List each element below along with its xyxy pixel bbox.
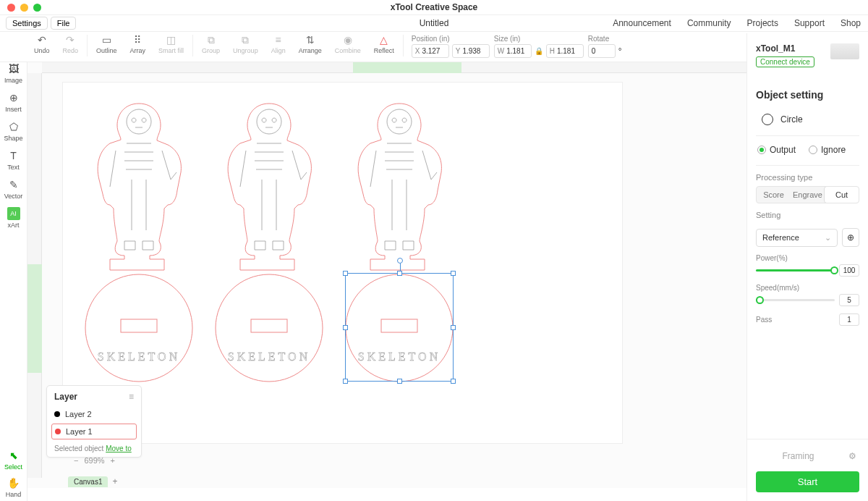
layer-name: Layer 2 [65, 410, 92, 418]
layer-name: Layer 1 [66, 427, 93, 436]
resize-handle[interactable] [397, 271, 402, 276]
speed-slider[interactable] [756, 299, 835, 301]
app-title: xTool Creative Space [391, 2, 478, 12]
arrange-button[interactable]: ⇅Arrange [292, 33, 328, 54]
sidebar-select[interactable]: ⬉Select [1, 449, 26, 471]
layer-color-icon [55, 429, 61, 434]
resize-handle[interactable] [397, 379, 402, 384]
window-controls[interactable] [7, 4, 41, 12]
rotation-handle[interactable] [397, 258, 403, 264]
resize-handle[interactable] [451, 271, 456, 276]
combine-button[interactable]: ◉Combine [328, 33, 367, 54]
svg-point-5 [216, 274, 323, 382]
position-y-input[interactable]: Y1.938 [452, 44, 490, 58]
undo-button[interactable]: ↶Undo [27, 33, 56, 54]
vector-icon: ✎ [7, 178, 20, 191]
sidebar-text[interactable]: TText [1, 149, 26, 171]
resize-handle[interactable] [343, 271, 348, 276]
size-label: Size (in) [494, 35, 584, 43]
outline-icon: ▭ [99, 33, 114, 46]
undo-icon: ↶ [35, 33, 49, 46]
file-menu[interactable]: File [51, 17, 77, 30]
settings-menu[interactable]: Settings [6, 17, 48, 30]
selection-bounds[interactable] [345, 273, 454, 382]
seg-cut[interactable]: Cut [824, 186, 859, 203]
menu-bar: Settings File Untitled Announcement Comm… [0, 15, 868, 32]
nav-shop[interactable]: Shop [841, 18, 861, 28]
device-name: xTool_M1 [756, 43, 814, 54]
nav-announcement[interactable]: Announcement [613, 18, 671, 28]
reference-select[interactable]: Reference⌄ [756, 229, 838, 247]
power-slider[interactable] [756, 269, 835, 271]
svg-point-0 [127, 109, 151, 134]
svg-point-1 [85, 274, 192, 382]
layer-row[interactable]: Layer 2 [47, 406, 141, 422]
seg-engrave[interactable]: Engrave [791, 187, 825, 203]
size-w-input[interactable]: W1.181 [494, 44, 532, 58]
sidebar-insert[interactable]: ⊕Insert [1, 91, 26, 113]
nav-projects[interactable]: Projects [747, 18, 778, 28]
processing-type-segment[interactable]: Score Engrave Cut [756, 186, 859, 203]
minimize-icon[interactable] [20, 4, 28, 12]
connect-device-button[interactable]: Connect device [756, 56, 814, 67]
xart-icon: AI [7, 207, 20, 220]
ignore-radio[interactable]: Ignore [809, 145, 846, 155]
group-button[interactable]: ⧉Group [195, 33, 226, 54]
resize-handle[interactable] [451, 379, 456, 384]
seg-score[interactable]: Score [757, 187, 791, 203]
smart-fill-button[interactable]: ◫Smart fill [152, 33, 190, 54]
align-icon: ≡ [271, 33, 286, 46]
resize-handle[interactable] [343, 325, 348, 330]
close-icon[interactable] [7, 4, 15, 12]
speed-value[interactable]: 5 [839, 294, 859, 306]
add-canvas-button[interactable]: + [112, 476, 117, 487]
output-radio[interactable]: Output [757, 145, 796, 155]
degree-label: ° [618, 46, 622, 56]
layer-row[interactable]: Layer 1 [51, 424, 137, 439]
power-value[interactable]: 100 [839, 264, 859, 277]
size-h-input[interactable]: H1.181 [546, 44, 584, 58]
sidebar-vector[interactable]: ✎Vector [1, 178, 26, 200]
resize-handle[interactable] [343, 379, 348, 384]
align-button[interactable]: ≡Align [265, 33, 292, 54]
framing-button[interactable]: Framing [756, 447, 841, 466]
sidebar-xart[interactable]: AIxArt [1, 207, 26, 229]
canvas-tab[interactable]: Canvas1 [68, 476, 108, 487]
start-button[interactable]: Start [756, 471, 859, 492]
array-button[interactable]: ⠿Array [124, 33, 153, 54]
reflect-button[interactable]: △Reflect [367, 33, 401, 54]
setting-label: Setting [756, 203, 859, 224]
move-to-link[interactable]: Move to [106, 445, 132, 452]
canvas-object-1[interactable]: SKELETON [81, 100, 197, 382]
canvas-tabs: Canvas1 + [68, 475, 117, 488]
artboard[interactable]: SKELETON SKELETON SKELETON [62, 82, 623, 444]
layer-menu-icon[interactable]: ≡ [129, 392, 134, 402]
rotate-label: Rotate [588, 35, 622, 43]
sidebar-hand[interactable]: ✋Hand [1, 476, 26, 498]
shape-indicator: Circle [756, 106, 859, 136]
position-x-input[interactable]: X3.127 [412, 44, 449, 58]
ungroup-button[interactable]: ⧉Ungroup [226, 33, 265, 54]
shape-icon: ⬠ [7, 120, 20, 133]
nav-community[interactable]: Community [687, 18, 731, 28]
sidebar-shape[interactable]: ⬠Shape [1, 120, 26, 142]
lock-aspect-icon[interactable]: 🔒 [535, 47, 543, 55]
reference-add-button[interactable]: ⊕ [842, 228, 859, 247]
rotate-input[interactable]: 0 [588, 44, 616, 58]
outline-button[interactable]: ▭Outline [90, 33, 124, 54]
title-bar: xTool Creative Space [0, 0, 868, 15]
pass-value[interactable]: 1 [839, 313, 859, 326]
speed-label: Speed(mm/s) [756, 284, 859, 292]
sidebar-image[interactable]: 🖼Image [1, 62, 26, 84]
smartfill-icon: ◫ [164, 33, 179, 46]
canvas-object-2[interactable]: SKELETON [211, 100, 327, 382]
resize-handle[interactable] [451, 325, 456, 330]
framing-settings-icon[interactable]: ⚙ [845, 449, 859, 463]
nav-support[interactable]: Support [794, 18, 825, 28]
layer-panel: Layer ≡ Layer 2 Layer 1 Selected object … [46, 385, 142, 458]
left-sidebar: 🖼Image ⊕Insert ⬠Shape TText ✎Vector AIxA… [0, 62, 27, 501]
array-icon: ⠿ [130, 33, 145, 46]
maximize-icon[interactable] [33, 4, 41, 12]
pass-label: Pass [756, 316, 772, 324]
redo-button[interactable]: ↷Redo [56, 33, 85, 54]
